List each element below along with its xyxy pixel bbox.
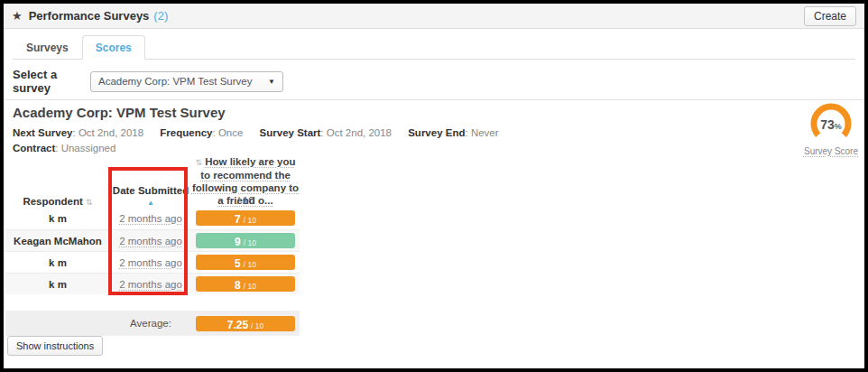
survey-meta-line: Next Survey: Oct 2nd, 2018 Frequency: On… <box>13 127 512 138</box>
header-bar: ★ Performance Surveys (2) Create <box>4 4 864 29</box>
chevron-down-icon: ▼ <box>268 78 275 86</box>
section-divider <box>4 99 864 100</box>
survey-select[interactable]: Academy Corp: VPM Test Survey ▼ <box>90 71 283 92</box>
respondent-cell: k m <box>5 274 110 294</box>
tab-scores[interactable]: Scores <box>82 35 145 60</box>
date-cell[interactable]: 2 months ago <box>110 208 191 229</box>
date-cell[interactable]: 2 months ago <box>110 274 191 294</box>
meta-label: Survey Start <box>260 127 321 138</box>
average-label: Average: <box>110 318 191 329</box>
meta-label: Frequency <box>160 127 212 138</box>
table-row: k m 2 months ago 8/ 10 <box>5 273 300 294</box>
tab-surveys[interactable]: Surveys <box>13 35 82 60</box>
gauge-caption[interactable]: Survey Score <box>804 146 858 156</box>
star-icon: ★ <box>12 9 23 23</box>
respondent-cell: k m <box>5 252 110 273</box>
meta-value: Unassigned <box>61 143 116 153</box>
score-badge: 7/ 10 <box>196 210 295 226</box>
show-instructions-button[interactable]: Show instructions <box>7 336 103 356</box>
respondent-cell: k m <box>5 208 110 229</box>
app-window: ★ Performance Surveys (2) Create Surveys… <box>0 0 868 372</box>
create-button[interactable]: Create <box>804 6 856 26</box>
meta-label: Contract <box>13 143 55 153</box>
survey-select-row: Select a survey Academy Corp: VPM Test S… <box>13 68 283 95</box>
page-title: Performance Surveys <box>29 9 150 23</box>
respondent-cell: Keagan McMahon <box>5 230 110 251</box>
date-cell[interactable]: 2 months ago <box>110 230 191 251</box>
score-badge: 8/ 10 <box>196 276 295 292</box>
sort-icon: ⇅ <box>195 158 202 167</box>
score-badge: 5/ 10 <box>196 255 295 270</box>
survey-count-badge: (2) <box>153 9 168 23</box>
survey-select-value: Academy Corp: VPM Test Survey <box>98 76 252 87</box>
gauge-value: 73% <box>802 117 860 132</box>
survey-score-gauge: 73% Survey Score <box>802 102 860 158</box>
tab-bar: Surveys Scores <box>13 36 855 60</box>
meta-value: Never <box>471 127 499 138</box>
survey-select-label: Select a survey <box>13 68 90 95</box>
table-row: k m 2 months ago 7/ 10 <box>5 208 300 229</box>
meta-label: Next Survey <box>13 127 72 138</box>
date-cell[interactable]: 2 months ago <box>110 252 191 273</box>
meta-value: Oct 2nd, 2018 <box>78 127 143 138</box>
meta-value: Once <box>218 127 244 138</box>
meta-label: Survey End <box>408 127 465 138</box>
table-row: Keagan McMahon 2 months ago 9/ 10 <box>5 229 300 251</box>
survey-contract-line: Contract: Unassigned <box>13 143 129 153</box>
average-row: Average: 7.25/ 10 <box>5 311 300 336</box>
meta-value: Oct 2nd, 2018 <box>327 127 392 138</box>
score-badge: 9/ 10 <box>196 233 295 248</box>
survey-title: Academy Corp: VPM Test Survey <box>13 105 226 120</box>
table-row: k m 2 months ago 5/ 10 <box>5 251 300 273</box>
average-score-badge: 7.25/ 10 <box>196 316 295 331</box>
